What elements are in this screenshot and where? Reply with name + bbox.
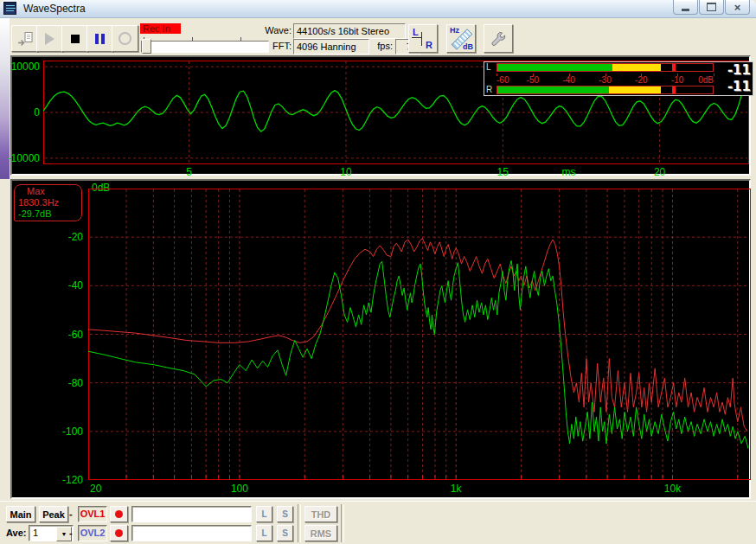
spectrum-y-tick-label: -80 <box>68 377 83 389</box>
ovl1-file-field[interactable] <box>131 506 252 522</box>
record-button[interactable] <box>112 25 138 52</box>
play-icon <box>45 33 54 45</box>
wave-format-box: 44100s/s 16bit Stereo <box>293 23 406 39</box>
ovl2-color-button[interactable] <box>110 525 128 541</box>
maximize-button[interactable] <box>699 0 724 15</box>
record-icon <box>119 32 131 45</box>
average-value: 1 <box>33 528 38 538</box>
meter-bar-green <box>497 64 612 71</box>
ovl2-load-button[interactable]: L <box>256 525 272 541</box>
spectrum-x-axis: 201001k10k <box>12 483 749 495</box>
scale-hz-db-button[interactable]: Hz dB <box>446 24 476 53</box>
meter-scale-label: -30 <box>599 75 611 85</box>
spectrum-y-axis: 0dB-20-40-60-80-100-120 <box>12 181 85 497</box>
open-button[interactable] <box>11 25 38 52</box>
ovl1-load-button[interactable]: L <box>256 506 272 522</box>
meter-scale-label: -50 <box>527 75 539 85</box>
pause-button[interactable] <box>86 25 113 52</box>
lr-l-label: L <box>413 27 419 37</box>
spectrum-x-tick-label: 100 <box>231 483 248 495</box>
wrench-icon <box>490 30 507 48</box>
ovl1-dash: - <box>69 506 73 522</box>
toolbar-separator <box>341 504 344 542</box>
fft-label: FFT: <box>248 41 292 51</box>
spectrum-y-tick-label: -60 <box>68 329 83 341</box>
meter-scale-label: 0dB <box>698 75 714 85</box>
meter-left-value: -11 <box>715 62 751 79</box>
meter-left-label: L <box>486 63 496 72</box>
rec-in-badge: Rec In <box>140 23 181 34</box>
minimize-icon <box>682 9 689 11</box>
meter-scale-label: -10 <box>671 75 683 85</box>
average-select[interactable]: 1 ▼ <box>29 525 74 541</box>
spectrum-plot <box>88 189 751 480</box>
rms-button[interactable]: RMS <box>304 525 337 541</box>
ovl1-color-button[interactable] <box>110 506 128 522</box>
wave-y-tick-label: 0 <box>34 106 40 118</box>
meter-right-value: -11 <box>715 79 751 95</box>
db-label: dB <box>463 42 473 51</box>
meter-scale-label: -60 <box>497 75 509 85</box>
meter-channel-row: R <box>486 86 714 94</box>
open-file-icon <box>16 31 34 47</box>
meter-bar <box>497 63 714 72</box>
ovl2-dash: - <box>69 525 73 541</box>
pause-icon <box>95 34 105 44</box>
caption-buttons: × <box>673 0 750 15</box>
waveform-y-axis: 100000-10000 <box>12 57 42 174</box>
fft-setting-box: 4096 Hanning <box>293 39 369 54</box>
close-icon: × <box>734 2 741 13</box>
play-button[interactable] <box>36 25 63 52</box>
meter-right-label: R <box>486 86 496 94</box>
meter-bar-green <box>497 86 609 93</box>
stop-icon <box>71 35 80 43</box>
level-meter: L -60-50-40-30-20-100dB R -11 -11 <box>484 61 753 96</box>
spectrum-y-tick-label: -100 <box>62 426 83 438</box>
maximize-icon <box>707 3 716 11</box>
main-button[interactable]: Main <box>6 506 35 522</box>
settings-button[interactable] <box>484 24 513 53</box>
ovl2-label-box: OVL2 <box>78 525 107 541</box>
ovl2-file-field[interactable] <box>131 525 252 541</box>
spectrum-x-tick-label: 1k <box>451 483 462 495</box>
peak-button[interactable]: Peak <box>39 506 68 522</box>
average-label: Ave: <box>6 525 26 541</box>
window-title: WaveSpectra <box>23 3 86 15</box>
spectrum-x-tick-label: 10k <box>664 483 681 495</box>
wave-label: Wave: <box>248 25 292 35</box>
lr-divider-icon <box>421 32 422 46</box>
meter-peak-marker <box>672 64 676 71</box>
spectrum-x-tick-label: 20 <box>90 483 101 495</box>
meter-bar-yellow <box>609 86 661 93</box>
position-slider-thumb[interactable] <box>142 39 151 54</box>
spectrum-y-tick-label: -20 <box>68 231 83 243</box>
ovl2-color-dot-icon <box>115 529 123 537</box>
hz-label: Hz <box>450 26 459 35</box>
meter-bar-yellow <box>612 64 661 71</box>
meter-peak-marker <box>672 86 676 93</box>
thd-button[interactable]: THD <box>304 506 337 522</box>
meter-channel-row: L <box>486 63 714 72</box>
stop-button[interactable] <box>61 25 88 52</box>
ovl1-label-box: OVL1 <box>78 506 107 522</box>
wave-y-tick-label: 10000 <box>11 61 40 73</box>
title-bar[interactable]: WaveSpectra × <box>0 0 756 18</box>
meter-scale-label: -20 <box>635 75 647 85</box>
main-toolbar: Rec In Wave: 44100s/s 16bit Stereo FFT: … <box>0 21 756 54</box>
ovl1-save-button[interactable]: S <box>277 506 293 522</box>
close-button[interactable]: × <box>725 0 750 15</box>
bottom-toolbar: Main Peak - OVL1 L S THD Ave: 1 ▼ - OVL2… <box>0 501 756 544</box>
ovl2-save-button[interactable]: S <box>277 525 293 541</box>
toolbar-separator <box>298 504 301 542</box>
meter-bar <box>497 86 714 94</box>
fps-label: fps: <box>367 41 393 51</box>
wavespectra-window: { "window": {"title": "WaveSpectra"}, "t… <box>0 0 756 544</box>
meter-scale-label: -40 <box>562 75 574 85</box>
spectrum-y-tick-label: -40 <box>68 279 83 291</box>
lr-divider-icon <box>412 37 421 38</box>
wave-y-tick-label: -10000 <box>8 152 40 164</box>
lr-channel-button[interactable]: L R <box>408 24 438 53</box>
minimize-button[interactable] <box>673 0 698 15</box>
waveform-panel: 100000-10000 5101520ms L -60-50-40-30-20… <box>10 55 751 176</box>
spectrum-panel: Max 1830.3Hz -29.7dB 0dB-20-40-60-80-100… <box>10 179 751 499</box>
